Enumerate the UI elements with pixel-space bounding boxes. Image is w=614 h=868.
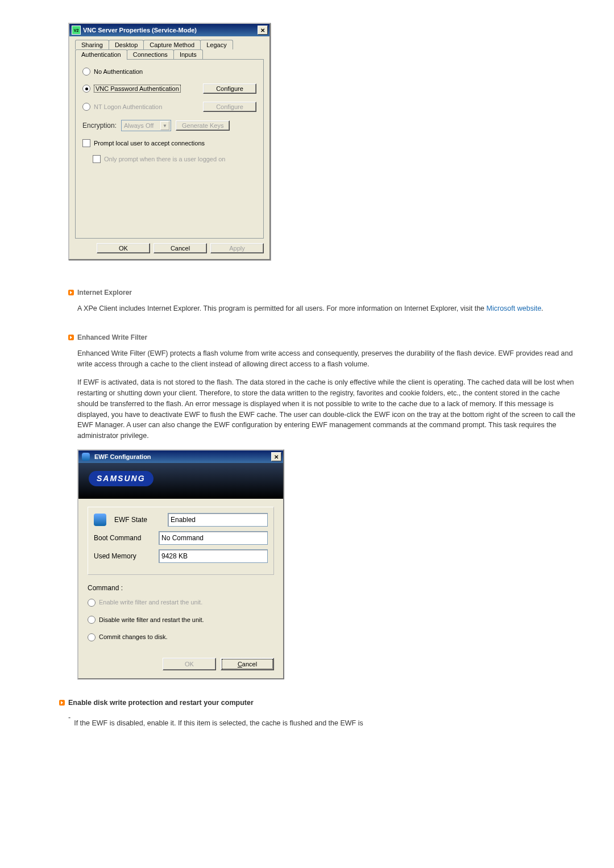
radio-icon	[82, 85, 90, 93]
tab-desktop[interactable]: Desktop	[109, 40, 144, 49]
radio-label: Commit changes to disk.	[99, 632, 167, 642]
ewf-paragraph-1: Enhanced Write Filter (EWF) protects a f…	[77, 348, 580, 370]
radio-icon	[88, 616, 96, 624]
vnc-titlebar: V2 VNC Server Properties (Service-Mode) …	[69, 24, 269, 36]
tab-authentication[interactable]: Authentication	[75, 49, 127, 60]
encryption-label: Encryption:	[82, 122, 117, 130]
radio-vnc-password-auth[interactable]: VNC Password Authentication	[82, 85, 181, 93]
generate-keys-button: Generate Keys	[176, 120, 230, 131]
checkbox-label: Prompt local user to accept connections	[94, 140, 205, 147]
apply-button: Apply	[210, 243, 264, 253]
bullet-icon	[68, 335, 74, 340]
cancel-button[interactable]: Cancel	[221, 658, 274, 671]
configure-button[interactable]: Configure	[203, 84, 256, 94]
section-title: Enhanced Write Filter	[77, 333, 147, 341]
encryption-value: Always Off	[124, 122, 154, 129]
ewf-title-text: EWF Configuration	[94, 452, 151, 462]
authentication-panel: No Authentication VNC Password Authentic…	[75, 59, 264, 239]
radio-disable-write-filter[interactable]: Disable write filter and restart the uni…	[88, 615, 274, 625]
radio-label: No Authentication	[94, 68, 143, 75]
tab-connections[interactable]: Connections	[127, 49, 174, 60]
ewf-titlebar: EWF Configuration ✕	[78, 450, 283, 464]
enable-body-text: If the EWF is disabled, enable it. If th…	[74, 718, 363, 729]
tab-sharing[interactable]: Sharing	[75, 40, 109, 49]
close-icon[interactable]: ✕	[271, 452, 281, 461]
checkbox-icon	[82, 139, 90, 147]
dash-bullet: -	[68, 712, 74, 737]
chevron-down-icon: ▼	[160, 121, 169, 130]
radio-enable-write-filter: Enable write filter and restart the unit…	[88, 598, 274, 607]
ok-button: OK	[163, 658, 216, 671]
radio-label: NT Logon Authentication	[94, 103, 162, 110]
vnc-app-icon: V2	[72, 26, 81, 35]
samsung-logo: SAMSUNG	[89, 471, 154, 486]
configure-button-disabled: Configure	[203, 102, 256, 112]
ewf-state-label: EWF State	[114, 515, 162, 525]
radio-commit-changes[interactable]: Commit changes to disk.	[88, 632, 274, 642]
radio-icon	[82, 103, 90, 111]
ie-body-text: A XPe Client includes Internet Explorer.…	[77, 304, 487, 312]
microsoft-website-link[interactable]: Microsoft website	[487, 304, 542, 312]
checkbox-icon	[93, 155, 101, 163]
ewf-state-icon	[94, 514, 106, 526]
section-title: Internet Explorer	[77, 289, 132, 297]
tab-inputs[interactable]: Inputs	[173, 49, 203, 60]
section-internet-explorer: Internet Explorer A XPe Client includes …	[68, 289, 580, 314]
section-enhanced-write-filter: Enhanced Write Filter Enhanced Write Fil…	[68, 333, 580, 680]
tab-legacy[interactable]: Legacy	[200, 40, 233, 49]
radio-label: Enable write filter and restart the unit…	[99, 598, 202, 607]
radio-label: Disable write filter and restart the uni…	[99, 615, 204, 625]
ewf-state-value: Enabled	[168, 513, 268, 527]
radio-label: VNC Password Authentication	[94, 85, 181, 93]
ewf-configuration-dialog: EWF Configuration ✕ SAMSUNG EWF State En…	[77, 449, 284, 680]
ok-button[interactable]: OK	[97, 243, 150, 253]
ie-body-after: .	[541, 304, 543, 312]
command-label: Command :	[88, 583, 274, 593]
radio-nt-logon-auth: NT Logon Authentication	[82, 103, 162, 111]
vnc-title-text: VNC Server Properties (Service-Mode)	[83, 27, 197, 34]
radio-icon	[88, 599, 96, 607]
ewf-header-banner: SAMSUNG	[78, 463, 283, 499]
cancel-button[interactable]: Cancel	[154, 243, 207, 253]
radio-icon	[88, 633, 96, 641]
ewf-status-group: EWF State Enabled Boot Command No Comman…	[88, 507, 274, 575]
cancel-text-rest: ancel	[242, 661, 257, 667]
checkbox-label: Only prompt when there is a user logged …	[104, 156, 225, 162]
used-memory-value: 9428 KB	[159, 549, 268, 563]
tab-capture-method[interactable]: Capture Method	[143, 40, 201, 49]
ewf-paragraph-2: If EWF is activated, data is not stored …	[77, 377, 580, 441]
boot-command-value: No Command	[159, 531, 268, 545]
vnc-server-properties-dialog: V2 VNC Server Properties (Service-Mode) …	[68, 23, 271, 260]
boot-command-label: Boot Command	[94, 533, 153, 543]
used-memory-label: Used Memory	[94, 551, 153, 561]
bullet-icon	[68, 290, 74, 295]
check-prompt-local-user[interactable]: Prompt local user to accept connections	[82, 139, 256, 147]
encryption-combo: Always Off ▼	[121, 120, 171, 131]
close-icon[interactable]: ✕	[258, 26, 268, 35]
ewf-app-icon	[82, 453, 90, 461]
check-only-prompt-logged-on: Only prompt when there is a user logged …	[93, 155, 256, 163]
section-title: Enable disk write protection and restart…	[68, 699, 254, 707]
radio-no-authentication[interactable]: No Authentication	[82, 68, 256, 76]
radio-icon	[82, 68, 90, 76]
bullet-icon	[59, 700, 65, 706]
section-enable-disk-write-protection: Enable disk write protection and restart…	[68, 699, 580, 737]
